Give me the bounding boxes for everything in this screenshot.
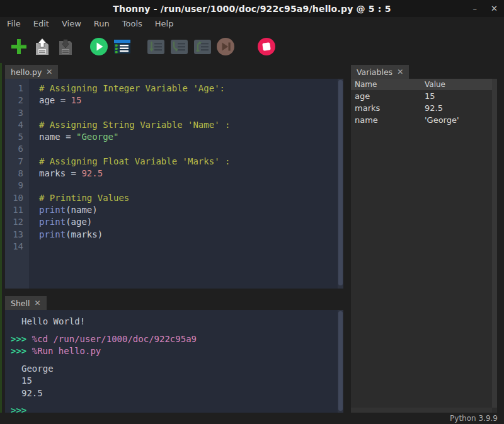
shell-output-line: 92.5 (5, 387, 343, 400)
save-file-icon (57, 38, 74, 55)
menu-bar: File Edit View Run Tools Help (0, 17, 504, 30)
code-line: 6 (5, 143, 343, 155)
run-play-icon (89, 37, 108, 56)
variables-rows: age15marks92.5name'George' (351, 90, 497, 126)
step-out-icon (193, 38, 212, 56)
debug-button[interactable] (113, 37, 132, 56)
variables-tab-label: Variables (357, 67, 392, 77)
shell-scrollbar-thumb[interactable] (338, 311, 343, 411)
shell-tab-label: Shell (11, 299, 30, 308)
code-line: 11print(name) (5, 204, 343, 216)
code-line: 14 (5, 241, 343, 253)
shell-lines: Hello World!>>> %cd /run/user/1000/doc/9… (5, 316, 343, 413)
shell-command-line: >>> %Run hello.py (5, 345, 343, 358)
variable-row[interactable]: name'George' (351, 114, 497, 126)
variables-col-value: Value (425, 80, 445, 89)
new-file-button[interactable] (9, 37, 28, 56)
menu-view[interactable]: View (62, 19, 81, 28)
code-editor[interactable]: 1# Assigning Integer Variable 'Age':2age… (5, 79, 343, 289)
close-icon[interactable]: ✕ (35, 299, 41, 307)
code-line: 3 (5, 107, 343, 119)
menu-help[interactable]: Help (155, 19, 174, 28)
desktop-edge (0, 63, 2, 424)
shell-tab-row: Shell ✕ (5, 296, 47, 310)
code-line: 12print(age) (5, 216, 343, 228)
resume-icon (216, 37, 235, 56)
title-bar: Thonny - /run/user/1000/doc/922c95a9/hel… (0, 0, 504, 17)
tab-hello-py[interactable]: hello.py ✕ (5, 65, 58, 79)
status-bar: Python 3.9.9 (0, 413, 504, 424)
toolbar (0, 30, 504, 63)
stop-icon (257, 37, 276, 56)
open-file-button[interactable] (33, 37, 52, 56)
step-into-button[interactable] (169, 37, 188, 56)
code-line: 13print(marks) (5, 229, 343, 241)
editor-tab-row: hello.py ✕ (5, 65, 58, 79)
code-line: 8marks = 92.5 (5, 168, 343, 180)
code-line: 2age = 15 (5, 95, 343, 106)
window-title: Thonny - /run/user/1000/doc/922c95a9/hel… (113, 4, 391, 14)
editor-scrollbar[interactable] (338, 79, 343, 289)
open-file-icon (33, 38, 51, 55)
shell-scrollbar[interactable] (338, 310, 343, 413)
variables-scrollbar[interactable] (492, 79, 497, 408)
resume-button[interactable] (216, 37, 235, 56)
shell-command-line: >>> %cd /run/user/1000/doc/922c95a9 (5, 333, 343, 346)
variable-row[interactable]: marks92.5 (351, 102, 497, 114)
step-over-button[interactable] (146, 37, 165, 56)
shell-output-line: 15 (5, 375, 343, 387)
shell-output-line: Hello World! (5, 316, 343, 328)
variables-tab-row: Variables ✕ (351, 65, 409, 79)
variables-panel: Name Value age15marks92.5name'George' (351, 79, 497, 413)
editor-scrollbar-thumb[interactable] (338, 80, 343, 285)
variable-row[interactable]: age15 (351, 90, 497, 102)
code-line: 10# Printing Values (5, 192, 343, 204)
code-line: 7# Assigning Float Variable 'Marks' : (5, 156, 343, 168)
python-version: Python 3.9.9 (450, 414, 498, 423)
code-line: 5name = "George" (5, 131, 343, 143)
variables-hscrollbar[interactable] (351, 408, 492, 413)
shell-output-line: George (5, 363, 343, 375)
step-into-icon (170, 38, 188, 56)
shell[interactable]: Hello World!>>> %cd /run/user/1000/doc/9… (5, 310, 343, 413)
editor-lines: 1# Assigning Integer Variable 'Age':2age… (5, 83, 343, 253)
variables-header: Name Value (351, 79, 497, 90)
tab-shell[interactable]: Shell ✕ (5, 296, 47, 310)
debug-icon (113, 37, 132, 56)
editor-tab-label: hello.py (11, 67, 42, 77)
step-over-icon (147, 38, 165, 56)
minimize-button[interactable]: – (473, 0, 478, 17)
window-close-button[interactable]: ✕ (491, 0, 498, 17)
variables-col-name: Name (351, 80, 425, 89)
plus-icon (10, 38, 28, 55)
code-line: 1# Assigning Integer Variable 'Age': (5, 83, 343, 95)
code-line: 4# Assigning String Variable 'Name' : (5, 119, 343, 131)
code-line: 9 (5, 180, 343, 192)
menu-run[interactable]: Run (94, 19, 110, 28)
menu-file[interactable]: File (7, 19, 21, 28)
stop-button[interactable] (257, 37, 276, 56)
shell-spacer (5, 399, 343, 404)
shell-spacer (5, 358, 343, 363)
run-button[interactable] (89, 37, 108, 56)
menu-tools[interactable]: Tools (122, 19, 142, 28)
shell-spacer (5, 328, 343, 333)
menu-edit[interactable]: Edit (33, 19, 49, 28)
shell-prompt-line: >>> (5, 404, 343, 413)
save-file-button[interactable] (56, 37, 75, 56)
tab-variables[interactable]: Variables ✕ (351, 65, 409, 79)
step-out-button[interactable] (193, 37, 212, 56)
close-icon[interactable]: ✕ (46, 67, 52, 76)
close-icon[interactable]: ✕ (397, 67, 403, 76)
window-controls: – ✕ (473, 0, 498, 17)
